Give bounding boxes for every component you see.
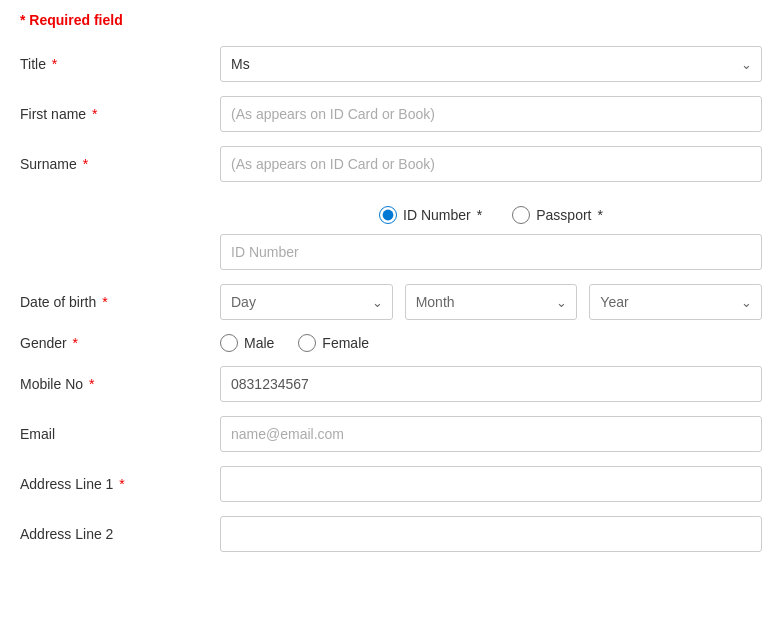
id-passport-radio-row: ID Number * Passport * [20, 206, 762, 224]
mobile-row: Mobile No * [20, 366, 762, 402]
dob-row: Date of birth * Day ⌄ Month ⌄ Year ⌄ [20, 284, 762, 320]
male-label-text: Male [244, 335, 274, 351]
gender-row: Gender * Male Female [20, 334, 762, 352]
email-row: Email [20, 416, 762, 452]
mobile-input[interactable] [220, 366, 762, 402]
email-input[interactable] [220, 416, 762, 452]
female-radio[interactable] [298, 334, 316, 352]
passport-req-marker: * [597, 207, 602, 223]
male-radio[interactable] [220, 334, 238, 352]
surname-required-marker: * [83, 156, 88, 172]
year-select[interactable]: Year [589, 284, 762, 320]
dob-label: Date of birth * [20, 294, 220, 310]
address2-row: Address Line 2 [20, 516, 762, 552]
firstname-required-marker: * [92, 106, 97, 122]
firstname-row: First name * [20, 96, 762, 132]
gender-label: Gender * [20, 335, 220, 351]
required-field-notice: * Required field [20, 12, 762, 28]
dob-required-marker: * [102, 294, 107, 310]
id-number-req-marker: * [477, 207, 482, 223]
day-select-wrapper: Day ⌄ [220, 284, 393, 320]
surname-input[interactable] [220, 146, 762, 182]
title-select-wrapper: Ms Mr Mrs Dr Prof ⌄ [220, 46, 762, 82]
id-input-row [20, 234, 762, 270]
passport-radio-label[interactable]: Passport * [512, 206, 603, 224]
passport-radio[interactable] [512, 206, 530, 224]
month-select-wrapper: Month ⌄ [405, 284, 578, 320]
address2-label: Address Line 2 [20, 526, 220, 542]
female-label-text: Female [322, 335, 369, 351]
passport-label-text: Passport [536, 207, 591, 223]
address1-row: Address Line 1 * [20, 466, 762, 502]
firstname-input[interactable] [220, 96, 762, 132]
address1-input[interactable] [220, 466, 762, 502]
address1-required-marker: * [119, 476, 124, 492]
id-number-radio[interactable] [379, 206, 397, 224]
month-select[interactable]: Month [405, 284, 578, 320]
id-number-input[interactable] [220, 234, 762, 270]
title-required-marker: * [52, 56, 57, 72]
surname-row: Surname * [20, 146, 762, 182]
surname-label: Surname * [20, 156, 220, 172]
date-group: Day ⌄ Month ⌄ Year ⌄ [220, 284, 762, 320]
id-number-label-text: ID Number [403, 207, 471, 223]
year-select-wrapper: Year ⌄ [589, 284, 762, 320]
email-label: Email [20, 426, 220, 442]
title-row: Title * Ms Mr Mrs Dr Prof ⌄ [20, 46, 762, 82]
firstname-label: First name * [20, 106, 220, 122]
mobile-required-marker: * [89, 376, 94, 392]
address1-label: Address Line 1 * [20, 476, 220, 492]
title-select[interactable]: Ms Mr Mrs Dr Prof [220, 46, 762, 82]
gender-radio-group: Male Female [220, 334, 762, 352]
female-radio-label[interactable]: Female [298, 334, 369, 352]
gender-required-marker: * [73, 335, 78, 351]
address2-input[interactable] [220, 516, 762, 552]
day-select[interactable]: Day [220, 284, 393, 320]
title-label: Title * [20, 56, 220, 72]
male-radio-label[interactable]: Male [220, 334, 274, 352]
mobile-label: Mobile No * [20, 376, 220, 392]
id-number-radio-label[interactable]: ID Number * [379, 206, 482, 224]
